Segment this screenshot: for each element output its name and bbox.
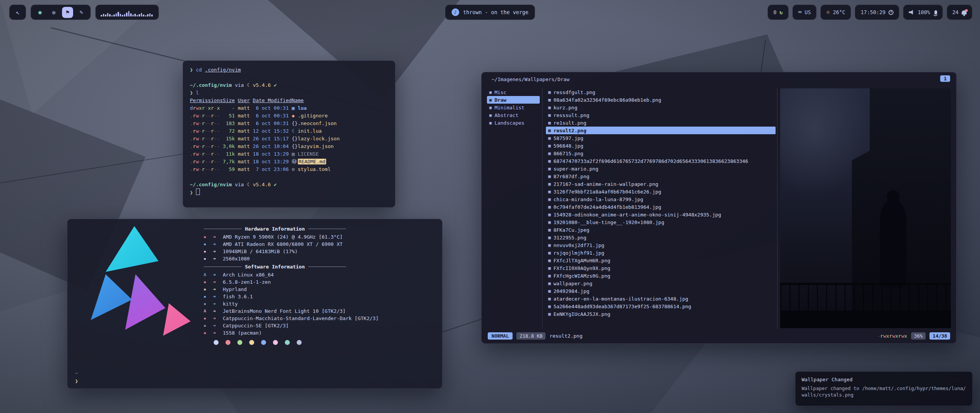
terminal-input-line[interactable]: ❯ <box>190 189 388 196</box>
fetch-prompt[interactable]: ~ ❯ <box>75 369 78 385</box>
notification-popup[interactable]: Wallpaper Changed Wallpaper changed to /… <box>795 371 973 406</box>
keyboard-layout-module[interactable]: ⌨ US <box>792 5 817 20</box>
permissions: .rw-r--r-- <box>190 135 223 143</box>
arrow-icon: ➜ <box>213 241 223 248</box>
file-row[interactable]: ▦FXfcJlTXgAMvH6R.png <box>546 257 776 264</box>
workspace-button-brush[interactable]: ✎ <box>76 7 87 18</box>
permissions: .rw-r--r-- <box>190 166 223 173</box>
terminal-window[interactable]: ❯ cd .config/nvim ~/.config/nvim via ☾ v… <box>183 60 395 208</box>
sidebar-item-label: Landscapes <box>495 120 524 126</box>
palette-dot <box>225 340 230 345</box>
file-name: FXfcHgcWIAMzs0G.png <box>554 273 611 279</box>
file-row[interactable]: ▦587597.jpg <box>546 134 776 142</box>
workspace-button-ring[interactable]: ◉ <box>34 7 46 18</box>
file-row[interactable]: ▦kurz.png <box>546 104 776 111</box>
notifications-module[interactable]: 24 <box>947 5 972 20</box>
ls-row: .rw-r--r--15kmatt26 oct 15:17{}lazy-lock… <box>190 135 388 143</box>
fetch-line-icon: ▪ <box>204 293 213 300</box>
file-row[interactable]: ▦596848.jpg <box>546 142 776 150</box>
file-row[interactable]: ▦FXfcHgcWIAMzs0G.png <box>546 272 776 280</box>
launcher-button[interactable]: ↖ <box>9 5 26 20</box>
tab-indicator[interactable]: 1 <box>940 75 950 82</box>
column-header-label: Name <box>292 98 304 103</box>
filetype-icon: Ⓜ <box>292 158 298 166</box>
filetype-icon: ▤ <box>292 150 298 158</box>
fetch-line-icon: ▪ <box>204 329 213 337</box>
sidebar-item-draw[interactable]: ▣Draw <box>487 96 540 104</box>
viz-bar <box>149 13 151 16</box>
fetch-line: A➜Arch Linux x86_64 <box>204 271 433 278</box>
file-name: lazy-lock.json <box>298 136 340 141</box>
media-player-pill[interactable]: ♪ thrown - on the verge <box>445 5 535 20</box>
filetype-icon: ☾ <box>292 127 298 135</box>
updates-icon: ↻ <box>779 9 782 15</box>
file-row[interactable]: ▦resssult.png <box>546 111 776 119</box>
clock-module[interactable]: 17:50:29 <box>855 5 899 20</box>
file-row[interactable]: ▦FXfcII0X0AQyn9X.png <box>546 264 776 272</box>
updates-module[interactable]: 0 ↻ <box>768 5 789 20</box>
file-row[interactable]: ▦3126f7e9bbf21a8a4af0b67b041c6e26.jpg <box>546 188 776 195</box>
viz-bar <box>103 14 105 16</box>
column-header-label: Permissions <box>190 98 223 103</box>
permissions: .rw-r--r-- <box>190 120 223 127</box>
file-row[interactable]: ▦chica-mirando-la-luna-8799.jpg <box>546 195 776 203</box>
file-row[interactable]: ▦rsjqojlmjhf91.jpg <box>546 249 776 257</box>
file-row[interactable]: ▦EeNKYgIUcAAJ5JX.png <box>546 310 776 318</box>
file-row[interactable]: ▦217167-sad-anime-rain-wallpaper.png <box>546 180 776 188</box>
file-row[interactable]: ▦866715.png <box>546 150 776 157</box>
file-row[interactable]: ▦re1sult.png <box>546 119 776 127</box>
image-file-icon: ▦ <box>548 136 551 141</box>
file-manager-window[interactable]: ~/Imagenes/Wallpapers/Draw 1 ▣Misc▣Draw▣… <box>481 72 957 344</box>
cursor <box>196 189 200 195</box>
section-title: Hardware Information <box>245 225 305 233</box>
cwd: ~/.config/nvim <box>190 82 232 88</box>
file-row[interactable]: ▦0c794faf07de24a4db4d4fb1eb813964.jpg <box>546 203 776 211</box>
section-title: Software Information <box>245 263 305 270</box>
speaker-icon <box>909 10 915 15</box>
file-row[interactable]: ▦3122955.png <box>546 234 776 241</box>
file-row[interactable]: ▦nnvuv0xj2df71.jpg <box>546 241 776 249</box>
image-file-icon: ▦ <box>548 212 551 217</box>
file-row[interactable]: ▦154928-odinokoe_anime-art-anime-okno-si… <box>546 211 776 218</box>
file-row[interactable]: ▦wallpaper.png <box>546 280 776 287</box>
file-row[interactable]: ▦5a266e448add93deab367d87173e9f25-683788… <box>546 302 776 310</box>
file-size: 72 <box>223 127 235 135</box>
image-file-icon: ▦ <box>548 250 551 255</box>
file-row[interactable]: ▦atardecer-en-la-montanas-ilustracion-63… <box>546 295 776 302</box>
topbar-right: 0 ↻ ⌨ US ☼ 26°C 17:50:29 100% 24 <box>768 5 972 20</box>
fetch-line-text: 10948MiB / 64183MiB (17%) <box>223 248 298 255</box>
file-row[interactable]: ▦result2.png <box>546 127 776 134</box>
file-row[interactable]: ▦20492984.jpg <box>546 287 776 295</box>
viz-bar <box>139 14 140 16</box>
file-name: 3122955.png <box>554 235 586 241</box>
file-row[interactable]: ▦ressdfgult.png <box>546 88 776 96</box>
file-name: .neoconf.json <box>298 120 337 126</box>
status-filename: result2.png <box>549 333 582 339</box>
file-size: 7,7k <box>223 158 235 166</box>
sidebar-item-abstract[interactable]: ▣Abstract <box>487 111 540 119</box>
file-row[interactable]: ▦87r687df.png <box>546 172 776 180</box>
sidebar-item-minimalist[interactable]: ▣Minimalist <box>487 104 540 111</box>
viz-bar <box>116 13 117 16</box>
folder-icon: ▣ <box>489 98 492 102</box>
weather-module[interactable]: ☼ 26°C <box>820 5 851 20</box>
workspace-button-dot[interactable]: ● <box>48 7 59 18</box>
file-row[interactable]: ▦19201080-__blue-tinge__-1920×1080.jpg <box>546 218 776 226</box>
image-file-icon: ▦ <box>548 243 551 248</box>
workspace-button-flag[interactable]: ⚑ <box>62 7 73 18</box>
fetch-line-text: Hyprland <box>223 286 247 293</box>
file-row[interactable]: ▦68747470733a2f2f696d616765732d7769786d7… <box>546 157 776 165</box>
file-name: stylua.toml <box>298 166 331 172</box>
file-row[interactable]: ▦super-mario.png <box>546 165 776 172</box>
arch-logo <box>78 224 193 344</box>
filetype-icon: {} <box>292 135 298 143</box>
volume-module[interactable]: 100% <box>903 5 943 20</box>
fetch-line: ▪➜kitty <box>204 300 433 307</box>
sidebar-item-misc[interactable]: ▣Misc <box>487 88 540 96</box>
prompt-char: ❯ <box>75 377 78 385</box>
fetch-window[interactable]: Hardware Information ▪➜AMD Ryzen 9 5900X… <box>67 219 443 389</box>
file-row[interactable]: ▦8FKa7Cu.jpeg <box>546 226 776 234</box>
image-preview <box>780 88 951 328</box>
sidebar-item-landscapes[interactable]: ▣Landscapes <box>487 119 540 127</box>
file-row[interactable]: ▦08a634fa02a32364f69ebc86a98eb1eb.png <box>546 96 776 104</box>
